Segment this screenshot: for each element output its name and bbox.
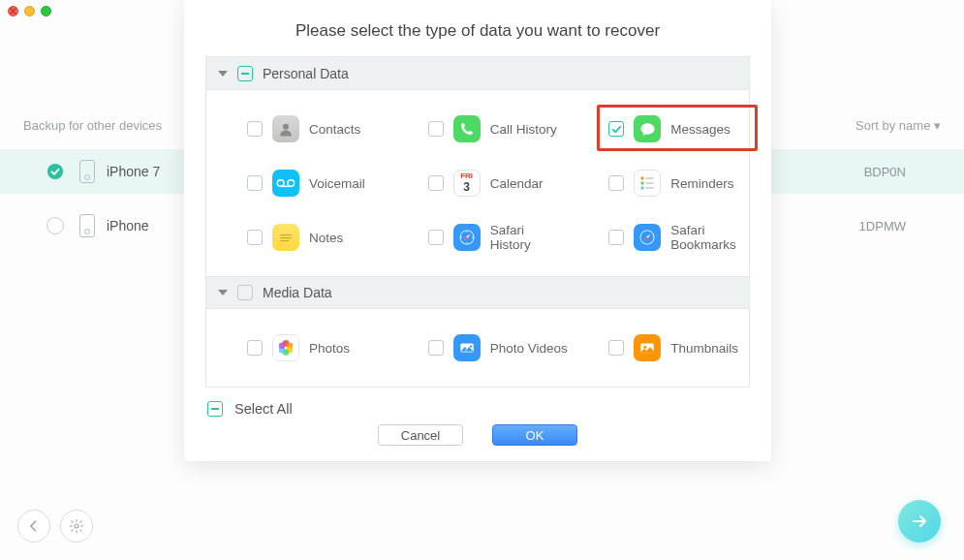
backup-label: Backup for other devices <box>23 118 162 133</box>
svg-point-10 <box>641 186 644 189</box>
section-title: Personal Data <box>263 66 349 81</box>
messages-icon <box>634 115 661 142</box>
svg-rect-7 <box>646 177 654 179</box>
svg-rect-9 <box>646 182 654 184</box>
item-calendar[interactable]: FRI 3 Calendar <box>388 162 569 204</box>
item-label: Safari Bookmarks <box>670 223 749 252</box>
item-safari-bookmarks[interactable]: Safari Bookmarks <box>568 216 749 259</box>
item-label: Contacts <box>309 122 360 137</box>
call-icon <box>453 115 481 142</box>
bottom-controls <box>17 510 93 543</box>
section-header-media[interactable]: Media Data <box>206 276 749 309</box>
photos-icon <box>272 334 299 361</box>
thumbnails-icon <box>634 334 661 361</box>
device-name: iPhone 7 <box>107 164 160 179</box>
item-label: Photo Videos <box>490 341 568 356</box>
minimize-icon[interactable] <box>24 6 35 16</box>
notes-icon <box>272 224 299 251</box>
item-label: Thumbnails <box>670 341 738 356</box>
checkbox[interactable] <box>428 230 444 245</box>
reminders-icon <box>634 170 661 197</box>
section-body-personal: Contacts Call History Messag <box>206 90 749 276</box>
svg-point-24 <box>279 342 286 349</box>
settings-button[interactable] <box>60 510 93 543</box>
item-label: Reminders <box>670 176 733 191</box>
checkbox[interactable] <box>247 230 263 245</box>
svg-rect-11 <box>646 187 654 189</box>
item-call-history[interactable]: Call History <box>388 108 569 150</box>
back-button[interactable] <box>17 510 50 543</box>
svg-point-6 <box>641 176 644 179</box>
phone-icon <box>79 214 95 237</box>
device-name: iPhone <box>107 218 149 233</box>
maximize-icon[interactable] <box>41 6 51 16</box>
item-label: Call History <box>490 122 557 137</box>
svg-point-28 <box>644 346 647 349</box>
item-messages[interactable]: Messages <box>568 108 749 150</box>
svg-point-4 <box>288 180 295 187</box>
section-header-personal[interactable]: Personal Data <box>206 57 749 90</box>
radio-selected-icon <box>47 163 64 180</box>
next-button[interactable] <box>898 500 941 543</box>
item-reminders[interactable]: Reminders <box>568 162 749 204</box>
select-all-checkbox[interactable] <box>207 401 223 417</box>
checkbox[interactable] <box>247 340 263 356</box>
svg-rect-12 <box>280 234 292 235</box>
checkbox[interactable] <box>428 175 444 191</box>
svg-rect-13 <box>280 237 292 238</box>
svg-point-8 <box>641 181 644 184</box>
checkbox[interactable] <box>608 230 624 245</box>
phone-icon <box>79 160 95 183</box>
recover-type-modal: Please select the type of data you want … <box>184 0 771 461</box>
cancel-button[interactable]: Cancel <box>378 424 463 446</box>
calendar-icon: FRI 3 <box>453 170 481 197</box>
device-serial: 1DPMW <box>859 219 906 233</box>
checkbox[interactable] <box>428 121 444 137</box>
svg-point-2 <box>283 124 289 130</box>
item-photos[interactable]: Photos <box>206 327 388 369</box>
modal-title: Please select the type of data you want … <box>184 0 771 56</box>
close-icon[interactable] <box>8 6 18 16</box>
data-type-list: Personal Data Contacts Call History <box>205 56 750 388</box>
window-controls <box>8 6 51 16</box>
disclosure-icon <box>218 290 228 296</box>
sort-dropdown[interactable]: Sort by name ▾ <box>855 118 941 133</box>
checkbox[interactable] <box>608 175 624 191</box>
checkbox[interactable] <box>428 340 444 356</box>
section-checkbox-personal[interactable] <box>237 66 253 81</box>
section-checkbox-media[interactable] <box>237 285 253 300</box>
svg-rect-14 <box>280 240 289 241</box>
item-contacts[interactable]: Contacts <box>206 108 388 150</box>
voicemail-icon <box>272 170 299 197</box>
safari-history-icon <box>453 224 481 251</box>
item-label: Photos <box>309 341 350 356</box>
svg-point-1 <box>75 524 78 528</box>
select-all-label: Select All <box>234 401 293 417</box>
item-notes[interactable]: Notes <box>206 216 388 259</box>
disclosure-icon <box>218 71 228 77</box>
modal-buttons: Cancel OK <box>184 424 771 446</box>
item-label: Calendar <box>490 176 544 191</box>
checkbox[interactable] <box>247 175 263 191</box>
svg-point-3 <box>277 180 284 187</box>
device-serial: BDP0N <box>864 165 906 179</box>
checkbox[interactable] <box>608 340 624 356</box>
radio-unselected-icon <box>47 217 64 234</box>
item-photo-videos[interactable]: Photo Videos <box>388 327 569 369</box>
checkbox[interactable] <box>608 121 624 137</box>
contacts-icon <box>272 115 299 142</box>
section-body-media: Photos Photo Videos Thumbnails <box>206 309 749 387</box>
item-thumbnails[interactable]: Thumbnails <box>568 327 749 369</box>
checkbox[interactable] <box>247 121 263 137</box>
item-label: Messages <box>670 122 731 137</box>
select-all-row[interactable]: Select All <box>207 401 748 417</box>
safari-bookmarks-icon <box>634 224 661 251</box>
item-label: Notes <box>309 231 343 245</box>
photo-videos-icon <box>453 334 481 361</box>
item-label: Safari History <box>490 223 569 252</box>
item-safari-history[interactable]: Safari History <box>388 216 569 259</box>
svg-point-0 <box>47 164 63 179</box>
ok-button[interactable]: OK <box>492 424 577 446</box>
item-label: Voicemail <box>309 176 365 191</box>
item-voicemail[interactable]: Voicemail <box>206 162 388 204</box>
